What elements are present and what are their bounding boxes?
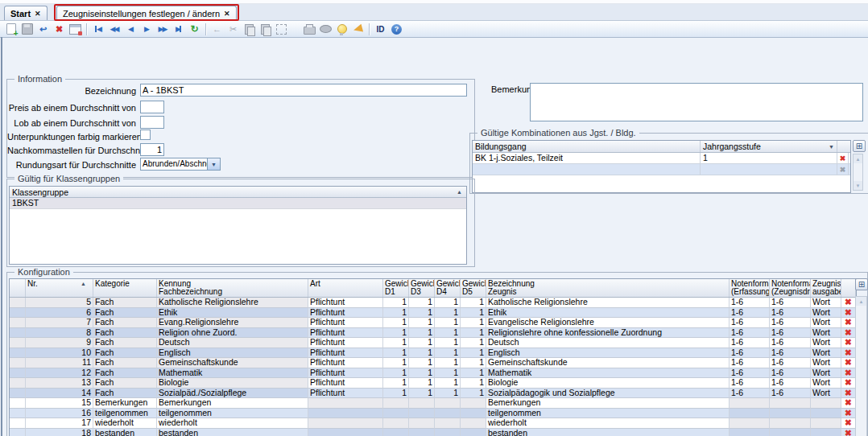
delete-record-button[interactable]: ✖ — [52, 22, 67, 36]
cell-notenformat-zeugnisdruck[interactable]: 1-6 — [770, 338, 811, 348]
help-button[interactable]: ? — [389, 22, 404, 36]
cell-gewicht-d3[interactable]: 1 — [409, 338, 435, 348]
undo-button[interactable]: ↩ — [35, 22, 51, 36]
cell-kategorie[interactable]: bestanden — [93, 429, 157, 436]
cell-gewicht-d4[interactable]: 1 — [435, 328, 461, 339]
cell-gewicht-d3[interactable]: 1 — [409, 308, 435, 319]
paste-button[interactable] — [258, 22, 273, 36]
cell-gewicht-d4[interactable]: 1 — [435, 308, 461, 319]
cell-gewicht-d3[interactable]: 1 — [409, 348, 435, 359]
close-icon[interactable]: ✕ — [35, 10, 41, 18]
cell-art[interactable]: Pflichtunt — [308, 318, 383, 328]
delete-row-button[interactable]: ✖ — [841, 328, 856, 339]
cell-nr[interactable]: 18 — [26, 429, 93, 436]
cell-gewicht-d3[interactable]: 1 — [409, 298, 435, 308]
cell-notenformat-erfassung[interactable]: 1-6 — [730, 358, 770, 368]
delete-row-button[interactable]: ✖ — [841, 368, 856, 379]
cell-gewicht-d5[interactable]: 1 — [461, 389, 486, 399]
cell-art[interactable]: Pflichtunt — [308, 389, 383, 399]
col-bildungsgang[interactable]: Bildungsgang — [473, 141, 701, 152]
cell-zeugnis-ausgabe[interactable]: Wort — [811, 338, 841, 348]
cell-zeugnis-ausgabe[interactable]: Wort — [811, 308, 841, 319]
delete-row-button[interactable]: ✖ — [837, 164, 849, 175]
rundungsart-select[interactable]: Abrunden/Abschneiden ▼ — [140, 158, 221, 171]
cell-gewicht-d5[interactable]: 1 — [461, 368, 486, 379]
customize-columns-button[interactable]: ⊞ — [855, 278, 868, 290]
cell-notenformat-erfassung[interactable]: 1-6 — [730, 318, 770, 328]
column-header[interactable]: GewichtD5 — [461, 279, 486, 297]
delete-row-button[interactable]: ✖ — [841, 358, 856, 368]
cell-gewicht-d1[interactable]: 1 — [383, 308, 409, 319]
cell-kategorie[interactable]: teilgenommen — [93, 409, 157, 419]
cell-gewicht-d1[interactable]: 1 — [383, 368, 409, 379]
cell-gewicht-d1[interactable]: 1 — [383, 378, 409, 389]
cell-zeugnis-ausgabe[interactable]: Wort — [811, 318, 841, 328]
cell-bezeichnung-zeugnis[interactable]: Bemerkungen — [486, 398, 730, 409]
cell-art[interactable]: Pflichtunt — [308, 298, 383, 308]
cut-button[interactable]: ✂ — [225, 22, 241, 36]
next-record-button[interactable]: ▶ — [138, 22, 154, 36]
cell-kategorie[interactable]: wiederholt — [93, 418, 157, 429]
cell-gewicht-d4[interactable]: 1 — [435, 348, 461, 359]
cell-gewicht-d5[interactable]: 1 — [461, 308, 486, 319]
cell-gewicht-d5[interactable]: 1 — [461, 318, 486, 328]
save-button[interactable] — [19, 22, 35, 36]
cell-gewicht-d5[interactable]: 1 — [461, 328, 486, 339]
form-view-button[interactable] — [68, 22, 83, 36]
tab-zeugniseinstellungen[interactable]: Zeugniseinstellungen festlegen / ändern … — [56, 6, 237, 20]
cell-bezeichnung-zeugnis[interactable]: Mathematik — [486, 368, 730, 379]
scroll-up-icon[interactable]: ▲ — [854, 154, 862, 163]
cell-notenformat-zeugnisdruck[interactable]: 1-6 — [770, 328, 811, 339]
cell-gewicht-d5[interactable]: 1 — [461, 348, 486, 359]
cell-zeugnis-ausgabe[interactable]: Wort — [811, 348, 841, 359]
cell-gewicht-d3[interactable]: 1 — [409, 358, 435, 368]
cell-gewicht-d1[interactable]: 1 — [383, 298, 409, 308]
cell-zeugnis-ausgabe[interactable]: Wort — [811, 378, 841, 389]
cell-kennung[interactable]: bestanden — [157, 429, 308, 436]
cell-gewicht-d4[interactable]: 1 — [435, 389, 461, 399]
cell-gewicht-d1[interactable]: 1 — [383, 348, 409, 359]
column-header[interactable]: GewichtD3 — [409, 279, 435, 297]
preview-button[interactable] — [318, 22, 333, 36]
fast-next-button[interactable]: ▶▶ — [155, 22, 170, 36]
kombination-row[interactable]: ✖ — [473, 164, 850, 175]
last-record-button[interactable]: ▶ — [171, 22, 186, 36]
cell-bezeichnung-zeugnis[interactable]: Evangelische Religionslehre — [486, 318, 730, 328]
notification-button[interactable] — [350, 22, 366, 36]
cell-nr[interactable]: 16 — [26, 409, 93, 419]
column-header[interactable]: GewichtD4 — [435, 279, 461, 297]
kombination-row[interactable]: BK 1-j.Soziales, Teilzeit1✖ — [473, 153, 850, 164]
cell-notenformat-erfassung[interactable]: 1-6 — [730, 308, 770, 319]
column-header[interactable]: Notenformat(Zeugnisdruck) — [770, 279, 811, 297]
cell-gewicht-d5[interactable]: 1 — [461, 338, 486, 348]
cell-notenformat-zeugnisdruck[interactable]: 1-6 — [770, 298, 811, 308]
column-header[interactable]: KennungFachbezeichnung — [157, 279, 308, 297]
delete-row-button[interactable]: ✖ — [841, 418, 856, 429]
fast-prev-button[interactable]: ◀◀ — [106, 22, 122, 36]
delete-row-button[interactable]: ✖ — [841, 429, 856, 436]
cell-art[interactable]: Pflichtunt — [308, 328, 383, 339]
cell-gewicht-d5[interactable]: 1 — [461, 298, 486, 308]
cell-gewicht-d5[interactable]: 1 — [461, 378, 486, 389]
cell-gewicht-d1[interactable]: 1 — [383, 358, 409, 368]
cell-zeugnis-ausgabe[interactable]: Wort — [811, 328, 841, 339]
unterpunktungen-checkbox[interactable] — [140, 130, 151, 140]
cell-bezeichnung-zeugnis[interactable]: Religionslehre ohne konfessionelle Zuord… — [486, 328, 730, 339]
cell-gewicht-d1[interactable]: 1 — [383, 318, 409, 328]
sort-asc-icon[interactable]: ▲ — [457, 189, 462, 195]
cell-gewicht-d1[interactable]: 1 — [383, 338, 409, 348]
cell-kennung[interactable]: teilgenommen — [157, 409, 308, 419]
select-button[interactable] — [274, 22, 289, 36]
column-header[interactable]: Nr.▲ — [26, 279, 93, 297]
cell-zeugnis-ausgabe[interactable]: Wort — [811, 389, 841, 399]
delete-row-button[interactable]: ✖ — [841, 398, 856, 409]
delete-row-button[interactable]: ✖ — [837, 153, 849, 163]
cell-bezeichnung-zeugnis[interactable]: teilgenommen — [486, 409, 730, 419]
refresh-button[interactable]: ↻ — [187, 22, 202, 36]
cell-notenformat-zeugnisdruck[interactable]: 1-6 — [770, 368, 811, 379]
column-header[interactable]: GewichtD1 — [383, 279, 409, 297]
cell-jahrgangsstufe[interactable] — [701, 164, 837, 175]
cell-gewicht-d4[interactable]: 1 — [435, 298, 461, 308]
cell-gewicht-d3[interactable]: 1 — [409, 368, 435, 379]
cell-bezeichnung-zeugnis[interactable]: Sozialpädagogik und Sozialpflege — [486, 389, 730, 399]
